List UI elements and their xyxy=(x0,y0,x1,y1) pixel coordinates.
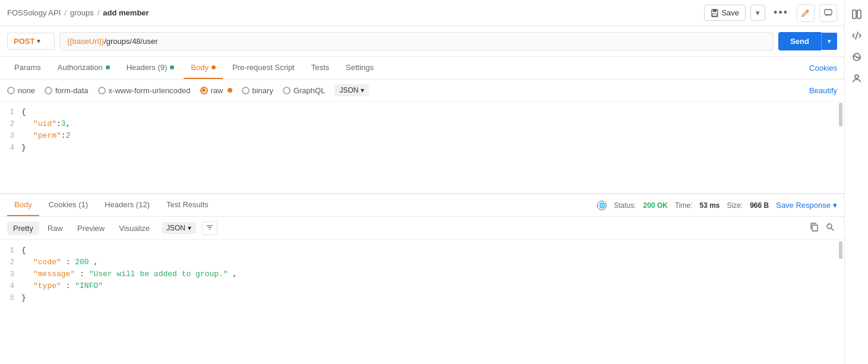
code-icon[interactable] xyxy=(847,26,866,45)
headers-dot xyxy=(170,65,174,69)
response-tabs-bar: Body Cookies (1) Headers (12) Test Resul… xyxy=(0,194,844,217)
method-selector[interactable]: POST ▾ xyxy=(7,33,55,50)
raw-dot xyxy=(228,88,232,93)
chevron-down-icon: ▾ xyxy=(756,8,760,17)
body-type-bar: none form-data x-www-form-urlencoded raw… xyxy=(0,80,844,102)
response-time: 53 ms xyxy=(699,201,719,210)
send-button[interactable]: Send xyxy=(778,32,821,50)
tab-settings[interactable]: Settings xyxy=(339,57,381,79)
comment-button[interactable] xyxy=(819,4,837,22)
tab-params[interactable]: Params xyxy=(7,57,48,79)
resp-line-4: 4 "type" : "INFO" xyxy=(0,280,844,292)
breadcrumb-part1[interactable]: FOSSology API xyxy=(7,8,61,17)
api-icon[interactable] xyxy=(847,48,866,67)
response-status-area: 🌐 Status: 200 OK Time: 53 ms Size: 966 B… xyxy=(597,201,837,210)
json-format-selector[interactable]: JSON ▾ xyxy=(334,84,369,96)
code-line-3: 3 "perm":2 xyxy=(0,130,844,142)
svg-rect-8 xyxy=(712,14,717,16)
tab-authorization[interactable]: Authorization xyxy=(50,57,117,79)
graphql-radio xyxy=(283,87,291,94)
main-content: FOSSology API / groups / add member Save… xyxy=(0,0,844,364)
person-icon[interactable] xyxy=(847,69,866,88)
body-type-urlencoded[interactable]: x-www-form-urlencoded xyxy=(98,86,191,95)
response-tab-body[interactable]: Body xyxy=(7,194,39,216)
save-response-button[interactable]: Save Response ▾ xyxy=(776,201,837,210)
method-label: POST xyxy=(14,37,34,46)
response-json-chevron: ▾ xyxy=(188,224,191,232)
breadcrumb-part2[interactable]: groups xyxy=(70,8,94,17)
urlencoded-radio xyxy=(98,87,106,94)
svg-rect-1 xyxy=(857,10,861,18)
body-type-raw[interactable]: raw xyxy=(200,86,232,95)
resp-line-5: 5 } xyxy=(0,292,844,304)
copy-icon xyxy=(810,223,819,232)
search-icon xyxy=(826,223,835,232)
tab-pre-request[interactable]: Pre-request Script xyxy=(225,57,302,79)
response-json-label: JSON xyxy=(166,224,185,232)
response-tab-headers[interactable]: Headers (12) xyxy=(97,194,157,216)
none-radio xyxy=(7,87,15,94)
save-response-chevron: ▾ xyxy=(833,201,837,210)
tab-settings-label: Settings xyxy=(346,63,374,72)
code-line-2: 2 "uid":3, xyxy=(0,118,844,130)
breadcrumb-sep1: / xyxy=(64,8,67,17)
send-dropdown-button[interactable]: ▾ xyxy=(821,33,837,50)
request-tabs-bar: Params Authorization Headers (9) Body Pr… xyxy=(0,57,844,80)
search-response-button[interactable] xyxy=(823,220,837,236)
authorization-dot xyxy=(106,65,110,69)
body-type-none[interactable]: none xyxy=(7,86,35,95)
top-bar: FOSSology API / groups / add member Save… xyxy=(0,0,844,26)
comment-icon xyxy=(824,9,832,17)
save-dropdown-button[interactable]: ▾ xyxy=(750,5,765,21)
format-tab-pretty[interactable]: Pretty xyxy=(7,221,39,235)
url-input[interactable]: {{baseUrl}}/groups/48/user xyxy=(59,32,774,50)
svg-line-2 xyxy=(856,32,858,39)
response-scrollbar-thumb xyxy=(839,241,842,259)
form-data-radio xyxy=(45,87,52,94)
response-size: 966 B xyxy=(750,201,769,210)
breadcrumb-current: add member xyxy=(103,8,149,17)
body-type-form-data[interactable]: form-data xyxy=(45,86,89,95)
save-button[interactable]: Save xyxy=(704,5,746,21)
svg-rect-7 xyxy=(713,10,717,12)
format-tab-preview[interactable]: Preview xyxy=(71,221,111,235)
response-body-viewer: 1 { 2 "code" : 200 , 3 "message" : xyxy=(0,240,844,336)
req-line1: { xyxy=(21,106,26,118)
filter-icon xyxy=(206,223,214,232)
svg-line-16 xyxy=(831,228,834,230)
code-line-4: 4 } xyxy=(0,142,844,154)
copy-response-button[interactable] xyxy=(807,220,821,236)
cookies-link[interactable]: Cookies xyxy=(809,58,837,78)
body-type-binary[interactable]: binary xyxy=(242,86,273,95)
save-icon xyxy=(711,9,719,17)
format-tab-raw[interactable]: Raw xyxy=(42,221,69,235)
edit-button[interactable] xyxy=(797,4,815,22)
panels-icon[interactable] xyxy=(847,5,866,24)
tab-body[interactable]: Body xyxy=(184,57,223,79)
filter-icon-btn[interactable] xyxy=(202,221,217,235)
svg-rect-10 xyxy=(825,10,832,15)
body-dot xyxy=(212,65,216,69)
tab-headers[interactable]: Headers (9) xyxy=(119,57,182,79)
tab-pre-request-label: Pre-request Script xyxy=(232,63,295,72)
more-options-button[interactable]: ••• xyxy=(770,5,792,20)
resp-line-3: 3 "message" : "User will be added to gro… xyxy=(0,268,844,280)
json-chevron-icon: ▾ xyxy=(361,86,364,94)
response-json-selector[interactable]: JSON ▾ xyxy=(162,222,196,234)
editor-scrollbar[interactable] xyxy=(838,102,843,193)
format-tab-visualize[interactable]: Visualize xyxy=(113,221,156,235)
body-type-graphql[interactable]: GraphQL xyxy=(283,86,325,95)
response-scrollbar[interactable] xyxy=(838,240,843,336)
svg-point-5 xyxy=(855,75,858,78)
response-tab-test-results[interactable]: Test Results xyxy=(159,194,216,216)
tab-tests[interactable]: Tests xyxy=(304,57,336,79)
response-tab-cookies[interactable]: Cookies (1) xyxy=(42,194,95,216)
right-sidebar xyxy=(844,0,868,364)
beautify-button[interactable]: Beautify xyxy=(809,86,837,95)
tab-body-label: Body xyxy=(191,63,209,72)
more-icon: ••• xyxy=(774,7,788,18)
tab-headers-label: Headers (9) xyxy=(127,63,168,72)
request-body-editor[interactable]: 1 { 2 "uid":3, 3 "perm":2 4 } xyxy=(0,102,844,194)
edit-icon xyxy=(801,9,810,17)
svg-rect-14 xyxy=(812,225,818,231)
